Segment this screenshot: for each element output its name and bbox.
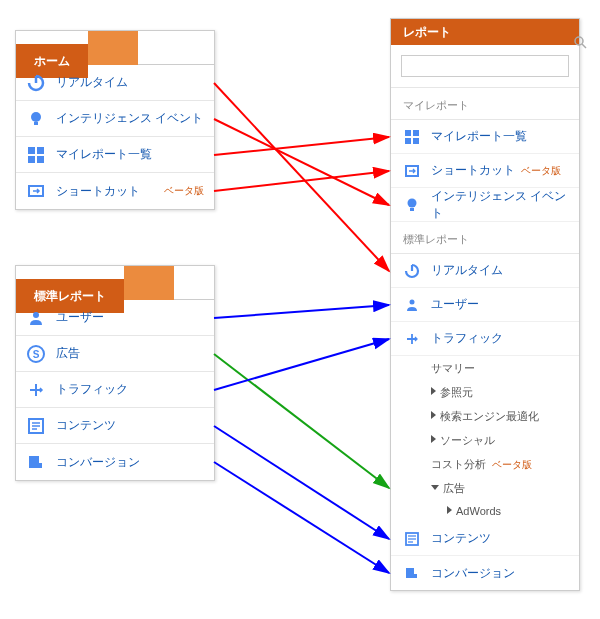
nav-label: マイレポート一覧 bbox=[56, 146, 204, 163]
nav-label: コンバージョン bbox=[56, 454, 204, 471]
home-panel: ホーム リアルタイム インテリジェンス イベント マイレポート一覧 ショートカッ… bbox=[15, 30, 215, 210]
traffic-icon bbox=[403, 330, 421, 348]
dashboard-icon bbox=[26, 145, 46, 165]
realtime-icon bbox=[26, 73, 46, 93]
chevron-right-icon bbox=[431, 411, 436, 419]
sub-adwords[interactable]: AdWords bbox=[391, 500, 579, 522]
report-panel: レポート マイレポート マイレポート一覧 ショートカット ベータ版 インテリジェ… bbox=[390, 18, 580, 591]
sub-referral[interactable]: 参照元 bbox=[391, 380, 579, 404]
nav-label: インテリジェンス イベント bbox=[56, 110, 204, 127]
nav-content[interactable]: コンテンツ bbox=[16, 408, 214, 444]
standard-panel: 標準レポート ユーザー S 広告 トラフィック コンテンツ コンバージョン bbox=[15, 265, 215, 481]
r-my-reports[interactable]: マイレポート一覧 bbox=[391, 120, 579, 154]
realtime-icon bbox=[403, 262, 421, 280]
r-label: コンバージョン bbox=[431, 565, 515, 582]
r-label: インテリジェンス イベント bbox=[431, 188, 567, 222]
svg-rect-2 bbox=[28, 147, 35, 154]
sub-social[interactable]: ソーシャル bbox=[391, 428, 579, 452]
r-realtime[interactable]: リアルタイム bbox=[391, 254, 579, 288]
home-tab-alt[interactable] bbox=[88, 31, 138, 65]
nav-label: ショートカット bbox=[56, 183, 158, 200]
nav-label: 広告 bbox=[56, 345, 204, 362]
traffic-icon bbox=[26, 380, 46, 400]
svg-rect-3 bbox=[37, 147, 44, 154]
svg-line-30 bbox=[214, 137, 389, 155]
r-label: コンテンツ bbox=[431, 530, 491, 547]
svg-rect-17 bbox=[413, 130, 419, 136]
r-conversion[interactable]: コンバージョン bbox=[391, 556, 579, 590]
svg-text:S: S bbox=[33, 349, 40, 360]
chevron-right-icon bbox=[431, 387, 436, 395]
section-my-reports: マイレポート bbox=[391, 88, 579, 120]
r-label: トラフィック bbox=[431, 330, 503, 347]
svg-rect-1 bbox=[34, 122, 38, 125]
r-user[interactable]: ユーザー bbox=[391, 288, 579, 322]
chevron-right-icon bbox=[431, 435, 436, 443]
beta-badge: ベータ版 bbox=[492, 459, 532, 470]
svg-rect-22 bbox=[410, 208, 414, 211]
conversion-icon bbox=[26, 452, 46, 472]
nav-label: コンテンツ bbox=[56, 417, 204, 434]
svg-point-21 bbox=[408, 198, 417, 207]
r-label: マイレポート一覧 bbox=[431, 128, 527, 145]
svg-point-23 bbox=[410, 299, 415, 304]
user-icon bbox=[26, 308, 46, 328]
user-icon bbox=[403, 296, 421, 314]
content-icon bbox=[26, 416, 46, 436]
standard-tab-alt[interactable] bbox=[124, 266, 174, 300]
nav-traffic[interactable]: トラフィック bbox=[16, 372, 214, 408]
bulb-icon bbox=[26, 109, 46, 129]
dashboard-icon bbox=[403, 128, 421, 146]
svg-line-29 bbox=[214, 119, 389, 205]
beta-badge: ベータ版 bbox=[164, 184, 204, 198]
nav-label: リアルタイム bbox=[56, 74, 204, 91]
r-content[interactable]: コンテンツ bbox=[391, 522, 579, 556]
nav-label: ユーザー bbox=[56, 309, 204, 326]
svg-line-15 bbox=[582, 44, 586, 48]
r-label: ユーザー bbox=[431, 296, 479, 313]
svg-rect-5 bbox=[37, 156, 44, 163]
ads-icon: S bbox=[26, 344, 46, 364]
svg-rect-18 bbox=[405, 138, 411, 144]
svg-line-33 bbox=[214, 354, 389, 488]
bulb-icon bbox=[403, 196, 421, 214]
svg-line-31 bbox=[214, 171, 389, 191]
nav-conversion[interactable]: コンバージョン bbox=[16, 444, 214, 480]
chevron-right-icon bbox=[447, 506, 452, 514]
section-standard-reports: 標準レポート bbox=[391, 222, 579, 254]
standard-panel-header: 標準レポート bbox=[16, 266, 214, 300]
svg-point-0 bbox=[31, 112, 41, 122]
r-intelligence[interactable]: インテリジェンス イベント bbox=[391, 188, 579, 222]
sub-ads[interactable]: 広告 bbox=[391, 476, 579, 500]
nav-label: トラフィック bbox=[56, 381, 204, 398]
report-header: レポート bbox=[391, 19, 579, 45]
shortcut-icon bbox=[403, 162, 421, 180]
nav-intelligence[interactable]: インテリジェンス イベント bbox=[16, 101, 214, 137]
svg-line-36 bbox=[214, 462, 389, 573]
shortcut-icon bbox=[26, 181, 46, 201]
svg-line-35 bbox=[214, 426, 389, 539]
content-icon bbox=[403, 530, 421, 548]
nav-my-reports[interactable]: マイレポート一覧 bbox=[16, 137, 214, 173]
svg-line-28 bbox=[214, 83, 389, 271]
nav-shortcut[interactable]: ショートカット ベータ版 bbox=[16, 173, 214, 209]
sub-cost[interactable]: コスト分析ベータ版 bbox=[391, 452, 579, 476]
search-input[interactable] bbox=[401, 55, 569, 77]
svg-rect-19 bbox=[413, 138, 419, 144]
nav-ads[interactable]: S 広告 bbox=[16, 336, 214, 372]
svg-point-7 bbox=[33, 312, 39, 318]
r-shortcut[interactable]: ショートカット ベータ版 bbox=[391, 154, 579, 188]
svg-line-32 bbox=[214, 305, 389, 318]
sub-seo[interactable]: 検索エンジン最適化 bbox=[391, 404, 579, 428]
r-traffic[interactable]: トラフィック bbox=[391, 322, 579, 356]
svg-rect-4 bbox=[28, 156, 35, 163]
beta-badge: ベータ版 bbox=[521, 164, 561, 178]
search-wrap bbox=[391, 45, 579, 88]
r-label: ショートカット bbox=[431, 162, 515, 179]
home-panel-header: ホーム bbox=[16, 31, 214, 65]
conversion-icon bbox=[403, 564, 421, 582]
sub-summary[interactable]: サマリー bbox=[391, 356, 579, 380]
r-label: リアルタイム bbox=[431, 262, 503, 279]
svg-rect-16 bbox=[405, 130, 411, 136]
svg-line-34 bbox=[214, 339, 389, 390]
